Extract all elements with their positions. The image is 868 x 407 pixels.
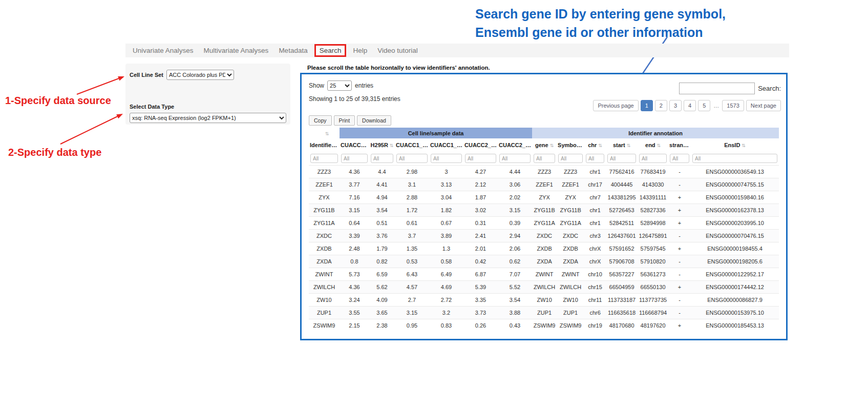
sort-icon[interactable]: ⇅ (390, 143, 394, 148)
table-cell: 0.82 (369, 255, 395, 268)
filter-input-ensid[interactable] (692, 154, 777, 163)
table-row[interactable]: ZW103.244.092.72.723.353.54ZW10ZW10chr11… (309, 294, 779, 307)
filter-input-h295r[interactable] (371, 154, 393, 163)
table-row[interactable]: ZXDA0.80.820.530.580.420.62ZXDAZXDAchrX5… (309, 255, 779, 268)
pagination-previous[interactable]: Previous page (593, 100, 638, 111)
table-cell: 5.62 (369, 281, 395, 294)
data-type-select[interactable]: xsq: RNA-seq Expression (log2 FPKM+1) (130, 113, 286, 123)
table-cell: 0.26 (463, 319, 498, 332)
table-cell: 2.12 (463, 178, 498, 191)
col-header-strand[interactable]: strand⇅ (668, 138, 691, 152)
nav-item-search[interactable]: Search (314, 44, 347, 57)
table-cell: ZSWIM9 (309, 319, 340, 332)
col-header-cuacc2[interactable]: CUACC2⇅ (340, 138, 369, 152)
annotation-data-source: 1-Specify data source (5, 95, 111, 107)
table-row[interactable]: ZWILCH4.365.624.574.695.395.52ZWILCHZWIL… (309, 281, 779, 294)
table-cell: 6.87 (463, 268, 498, 281)
col-header-cuacc2-f2[interactable]: CUACC2_F2⇅ (498, 138, 532, 152)
table-cell: ZYG11A (309, 217, 340, 230)
col-header-start[interactable]: start⇅ (606, 138, 638, 152)
download-button[interactable]: Download (357, 115, 391, 126)
nav-item-help[interactable]: Help (348, 45, 372, 56)
filter-input-cuacc2-f1[interactable] (465, 154, 496, 163)
table-row[interactable]: ZZEF13.774.413.13.132.123.06ZZEF1ZZEF1ch… (309, 178, 779, 191)
filter-row (309, 152, 779, 166)
pagination-page-2[interactable]: 2 (655, 100, 667, 111)
filter-input-start[interactable] (607, 154, 636, 163)
table-cell: 0.83 (429, 319, 463, 332)
nav-item-multivariate-analyses[interactable]: Multivariate Analyses (199, 45, 274, 56)
table-cell: ENSG00000198205.6 (691, 255, 779, 268)
col-header-cuacc2-f1[interactable]: CUACC2_F1⇅ (463, 138, 498, 152)
col-header-label: EnsID (724, 142, 740, 148)
table-cell: 4.4 (369, 166, 395, 178)
gene-table-head: ⇅Cell line/sample dataIdentifier annotat… (309, 128, 779, 166)
filter-input-gene[interactable] (534, 154, 555, 163)
col-header-ensid[interactable]: EnsID⇅ (691, 138, 779, 152)
pagination-page-3[interactable]: 3 (669, 100, 682, 111)
pagination-page-1573[interactable]: 1573 (722, 100, 744, 111)
col-header-symbol[interactable]: Symbol⇅ (557, 138, 584, 152)
col-header-chr[interactable]: chr⇅ (584, 138, 606, 152)
table-row[interactable]: ZYG11B3.153.541.721.823.023.15ZYG11BZYG1… (309, 204, 779, 217)
filter-input-cuacc1-f2[interactable] (431, 154, 462, 163)
cell-line-set-select[interactable]: ACC Colorado plus PDX (166, 70, 234, 80)
print-button[interactable]: Print (334, 115, 355, 126)
table-row[interactable]: ZXDC3.393.763.73.892.412.94ZXDCZXDCchr31… (309, 230, 779, 242)
table-cell: 6.43 (395, 268, 429, 281)
pagination-page-4[interactable]: 4 (684, 100, 696, 111)
col-header-cuacc1-f2[interactable]: CUACC1_F2⇅ (429, 138, 463, 152)
table-cell: 3 (429, 166, 463, 178)
table-cell: ZZEF1 (532, 178, 557, 191)
copy-button[interactable]: Copy (309, 115, 332, 126)
table-search-input[interactable] (679, 83, 755, 94)
filter-input-cuacc1-f1[interactable] (396, 154, 428, 163)
table-cell: 4.27 (463, 166, 498, 178)
filter-input-strand[interactable] (670, 154, 689, 163)
table-row[interactable]: ZSWIM92.152.380.950.830.260.43ZSWIM9ZSWI… (309, 319, 779, 332)
sort-icon[interactable]: ⇅ (598, 143, 602, 148)
filter-input-cuacc2-f2[interactable] (499, 154, 531, 163)
export-buttons: CopyPrintDownload (309, 115, 391, 126)
table-cell: chr1 (584, 166, 606, 178)
col-header-cuacc1-f1[interactable]: CUACC1_F1⇅ (395, 138, 429, 152)
pagination-page-1[interactable]: 1 (641, 100, 653, 111)
table-row[interactable]: ZXDB2.481.791.351.32.012.06ZXDBZXDBchrX5… (309, 242, 779, 255)
table-cell: 3.02 (463, 204, 498, 217)
col-header-gene[interactable]: gene⇅ (532, 138, 557, 152)
table-row[interactable]: ZWINT5.736.596.436.496.877.07ZWINTZWINTc… (309, 268, 779, 281)
pagination-page-5[interactable]: 5 (698, 100, 710, 111)
table-cell: + (668, 242, 691, 255)
col-header-end[interactable]: end⇅ (638, 138, 668, 152)
page-length-select[interactable]: 25 (327, 80, 352, 91)
sort-icon[interactable]: ⇅ (657, 143, 661, 148)
table-cell: 2.06 (498, 242, 532, 255)
sort-icon[interactable]: ⇅ (627, 143, 631, 148)
group-cell-line-sample-data: Cell line/sample data (340, 128, 532, 138)
filter-input-chr[interactable] (586, 154, 604, 163)
cell-line-set-row: Cell Line Set ACC Colorado plus PDX (130, 70, 286, 80)
nav-item-metadata[interactable]: Metadata (273, 45, 312, 56)
col-header-h295r[interactable]: H295R⇅ (369, 138, 395, 152)
table-row[interactable]: ZYG11A0.640.510.610.670.310.39ZYG11AZYG1… (309, 217, 779, 230)
sort-icon[interactable]: ⇅ (742, 143, 746, 148)
table-cell: ZXDC (309, 230, 340, 242)
table-row[interactable]: ZYX7.164.942.883.041.872.02ZYXZYXchr7143… (309, 191, 779, 204)
filter-input-cuacc2[interactable] (341, 154, 368, 163)
table-cell: 143381295 (606, 191, 638, 204)
table-row[interactable]: ZZZ34.364.42.9834.274.44ZZZ3ZZZ3chr17756… (309, 166, 779, 178)
table-cell: 3.15 (498, 204, 532, 217)
col-header-identifier[interactable]: Identifier⇅ (309, 138, 340, 152)
sort-icon[interactable]: ⇅ (325, 131, 329, 136)
filter-input-identifier[interactable] (310, 154, 338, 163)
pagination-next[interactable]: Next page (746, 100, 781, 111)
table-row[interactable]: ZUP13.553.653.153.23.733.88ZUP1ZUP1chr61… (309, 307, 779, 319)
table-cell: ZXDC (532, 230, 557, 242)
filter-input-symbol[interactable] (558, 154, 583, 163)
table-cell: 2.88 (395, 191, 429, 204)
nav-item-univariate-analyses[interactable]: Univariate Analyses (128, 45, 199, 56)
nav-item-video-tutorial[interactable]: Video tutorial (372, 45, 423, 56)
sort-icon[interactable]: ⇅ (550, 143, 554, 148)
filter-input-end[interactable] (639, 154, 667, 163)
table-cell: 77562416 (606, 166, 638, 178)
